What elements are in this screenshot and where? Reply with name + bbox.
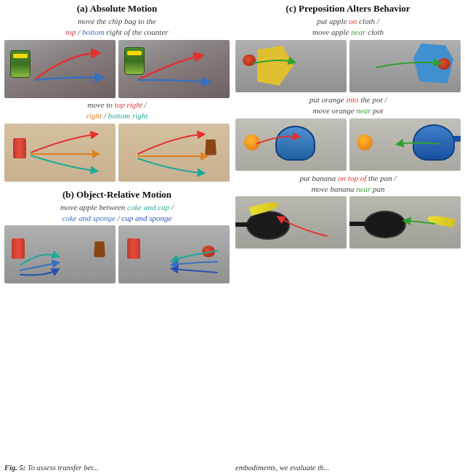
arrow-svg-3 [4,124,116,182]
arrow-svg-b2 [118,225,230,283]
section-a-title: (a) Absolute Motion [4,3,230,15]
banana-image-1 [235,196,347,249]
arrow-svg-c1 [235,40,347,92]
section-b-caption: move apple between coke and cup / coke a… [4,202,230,225]
arrow-svg-4 [118,124,230,182]
objects-image-2 [118,225,230,283]
section-a-caption2: move to top right / right / bottom right [4,100,230,122]
orange-caption: put orange into the pot / move orange ne… [235,94,461,117]
section-a: (a) Absolute Motion move the chip bag to… [4,3,230,183]
image-pair-apple [235,40,461,92]
orange-image-1 [235,118,347,171]
apple-caption: put apple on cloth / move apple near clo… [235,16,461,39]
apple-image-1 [235,40,347,92]
arrow-svg-c5 [235,196,347,249]
image-pair-counter [4,40,230,98]
banana-caption: put banana on top of the pan / move bana… [235,173,461,195]
arrow-svg-1 [4,40,116,98]
left-column: (a) Absolute Motion move the chip bag to… [4,3,230,460]
table-image-2 [118,124,230,182]
counter-image-2 [118,40,230,98]
section-b: (b) Object-Relative Motion move apple be… [4,189,230,286]
footer: Fig. 5: To assess transfer bet... embodi… [4,460,461,473]
section-a-caption1: move the chip bag to the top / bottom ri… [4,16,230,39]
arrow-svg-c4 [349,118,461,171]
objects-image-1 [4,225,116,283]
arrow-svg-2 [118,40,230,98]
banana-image-2 [349,196,461,249]
caption-top-text: top [65,28,76,36]
image-pair-table [4,124,230,182]
page: (a) Absolute Motion move the chip bag to… [0,0,465,476]
orange-image-2 [349,118,461,171]
footer-right-text: embodiments, we evaluate th... [235,463,461,473]
main-content: (a) Absolute Motion move the chip bag to… [4,3,461,460]
section-c-title: (c) Preposition Alters Behavior [235,3,461,15]
image-pair-banana [235,196,461,249]
right-column: (c) Preposition Alters Behavior put appl… [235,3,461,460]
counter-image-1 [4,40,116,98]
right-text: right [86,111,102,120]
caption-bottom-text: bottom [82,28,105,36]
image-pair-orange [235,118,461,171]
section-c: (c) Preposition Alters Behavior put appl… [235,3,461,250]
footer-left-text: Fig. 5: To assess transfer bet... [4,463,230,473]
image-pair-objects [4,225,230,283]
apple-image-2 [349,40,461,92]
table-image-1 [4,124,116,182]
arrow-svg-b1 [4,225,116,283]
arrow-svg-c2 [349,40,461,92]
arrow-svg-c6 [349,196,461,249]
arrow-svg-c3 [235,118,347,171]
section-b-title: (b) Object-Relative Motion [4,189,230,201]
